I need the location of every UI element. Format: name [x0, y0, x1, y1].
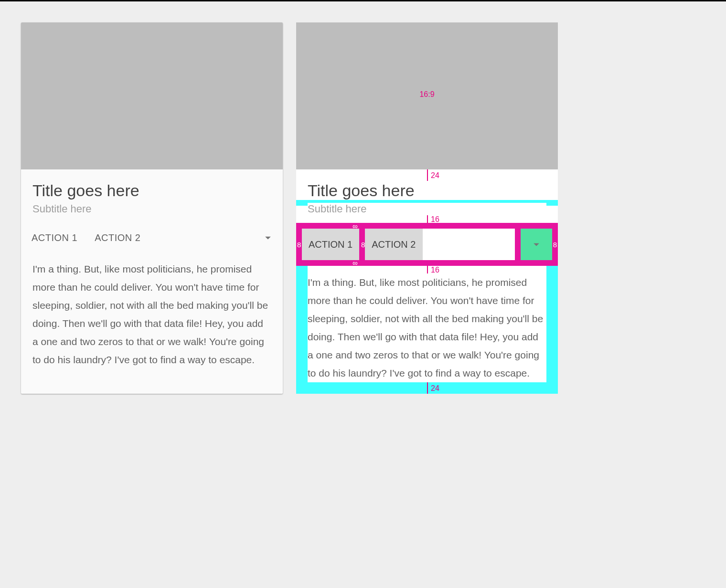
action-1-button[interactable]: ACTION 1: [25, 228, 84, 248]
spec-body-wrap: 16 I'm a thing. But, like most politicia…: [296, 266, 558, 394]
measure-24-top: 24: [431, 171, 439, 180]
spec-headings-wrap: Title goes here Subtitle here 24 16: [296, 169, 558, 223]
measure-inf-top: ∞: [352, 222, 358, 230]
card-body-text: I'm a thing. But, like most politicians,…: [21, 252, 283, 380]
spec-expand-button[interactable]: [521, 229, 552, 260]
chevron-down-icon: [261, 231, 275, 244]
spec-actions-row: ACTION 1 ACTION 2 8 8 8 ∞ ∞: [296, 223, 558, 266]
measure-24-bottom: 24: [431, 384, 439, 393]
action-2-button[interactable]: ACTION 2: [88, 228, 147, 248]
card-title: Title goes here: [32, 181, 271, 200]
card-media: [21, 22, 283, 169]
spec-title: Title goes here: [308, 181, 546, 200]
measure-8-gap: 8: [361, 241, 365, 249]
spec-action-1[interactable]: ACTION 1: [302, 229, 359, 260]
spec-action-2[interactable]: ACTION 2: [365, 229, 422, 260]
spec-subtitle: Subtitle here: [308, 203, 546, 215]
measure-8-right: 8: [553, 241, 557, 249]
card-headings: Title goes here Subtitle here: [21, 169, 283, 223]
measure-8-left: 8: [297, 241, 301, 249]
chevron-down-icon: [530, 238, 543, 251]
aspect-ratio-label: 16:9: [419, 90, 434, 99]
spec-media: 16:9: [296, 22, 558, 169]
material-card-spec: 16:9 Title goes here Subtitle here 24 16…: [296, 22, 558, 394]
measure-16-body: 16: [431, 266, 439, 274]
expand-button[interactable]: [257, 227, 279, 249]
material-card-example: Title goes here Subtitle here ACTION 1 A…: [21, 22, 283, 394]
measure-inf-bottom: ∞: [352, 259, 358, 267]
card-actions: ACTION 1 ACTION 2: [21, 223, 283, 252]
spec-body-text: I'm a thing. But, like most politicians,…: [308, 266, 546, 382]
measure-16-mid: 16: [431, 215, 439, 224]
card-subtitle: Subtitle here: [32, 203, 271, 215]
